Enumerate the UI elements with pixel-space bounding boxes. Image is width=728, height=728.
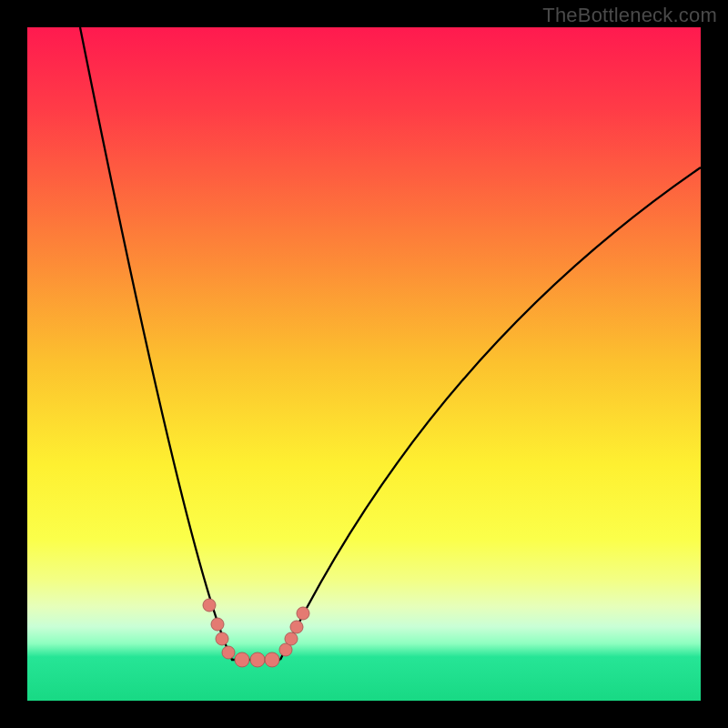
marker-group — [203, 599, 309, 667]
curve-layer — [27, 27, 701, 701]
marker-dot — [235, 652, 249, 667]
marker-dot — [222, 646, 235, 659]
bottleneck-curve — [80, 27, 701, 660]
plot-area — [27, 27, 701, 701]
marker-dot — [211, 618, 224, 631]
marker-dot — [203, 599, 216, 612]
marker-dot — [216, 632, 228, 645]
marker-dot — [290, 621, 303, 633]
watermark-text: TheBottleneck.com — [542, 4, 717, 27]
chart-frame: TheBottleneck.com — [0, 0, 728, 728]
marker-dot — [265, 652, 279, 667]
marker-dot — [297, 607, 309, 620]
marker-dot — [250, 652, 265, 667]
marker-dot — [285, 632, 298, 645]
